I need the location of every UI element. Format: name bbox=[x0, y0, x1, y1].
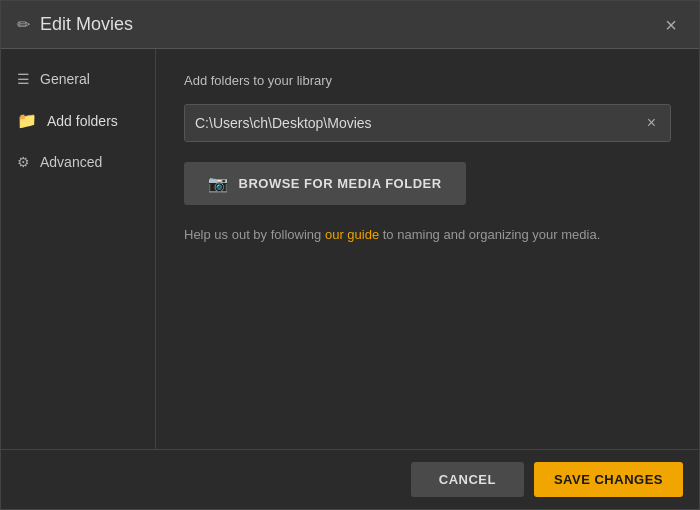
section-title: Add folders to your library bbox=[184, 73, 671, 88]
camera-icon: 📷 bbox=[208, 174, 229, 193]
sidebar-item-general[interactable]: ☰ General bbox=[1, 59, 155, 99]
title-bar-left: ✏ Edit Movies bbox=[17, 14, 133, 35]
sidebar-item-label-advanced: Advanced bbox=[40, 154, 102, 170]
footer: CANCEL SAVE CHANGES bbox=[1, 449, 699, 509]
edit-movies-dialog: ✏ Edit Movies × ☰ General 📁 Add folders … bbox=[0, 0, 700, 510]
hamburger-icon: ☰ bbox=[17, 71, 30, 87]
edit-icon: ✏ bbox=[17, 15, 30, 34]
folder-icon: 📁 bbox=[17, 111, 37, 130]
folder-input-row: × bbox=[184, 104, 671, 142]
sidebar-item-advanced[interactable]: ⚙ Advanced bbox=[1, 142, 155, 182]
folder-path-input[interactable] bbox=[195, 105, 643, 141]
browse-button-label: BROWSE FOR MEDIA FOLDER bbox=[239, 176, 442, 191]
guide-text-after: to naming and organizing your media. bbox=[379, 227, 600, 242]
sidebar: ☰ General 📁 Add folders ⚙ Advanced bbox=[1, 49, 156, 449]
save-changes-button[interactable]: SAVE CHANGES bbox=[534, 462, 683, 497]
sidebar-item-label-add-folders: Add folders bbox=[47, 113, 118, 129]
content-area: ☰ General 📁 Add folders ⚙ Advanced Add f… bbox=[1, 49, 699, 449]
folder-clear-button[interactable]: × bbox=[643, 114, 660, 132]
close-button[interactable]: × bbox=[659, 13, 683, 37]
cancel-button[interactable]: CANCEL bbox=[411, 462, 524, 497]
sidebar-item-add-folders[interactable]: 📁 Add folders bbox=[1, 99, 155, 142]
browse-media-folder-button[interactable]: 📷 BROWSE FOR MEDIA FOLDER bbox=[184, 162, 466, 205]
gear-icon: ⚙ bbox=[17, 154, 30, 170]
guide-link[interactable]: our guide bbox=[325, 227, 379, 242]
guide-text: Help us out by following our guide to na… bbox=[184, 225, 671, 245]
sidebar-item-label-general: General bbox=[40, 71, 90, 87]
dialog-title: Edit Movies bbox=[40, 14, 133, 35]
guide-text-before: Help us out by following bbox=[184, 227, 325, 242]
title-bar: ✏ Edit Movies × bbox=[1, 1, 699, 49]
main-content: Add folders to your library × 📷 BROWSE F… bbox=[156, 49, 699, 449]
